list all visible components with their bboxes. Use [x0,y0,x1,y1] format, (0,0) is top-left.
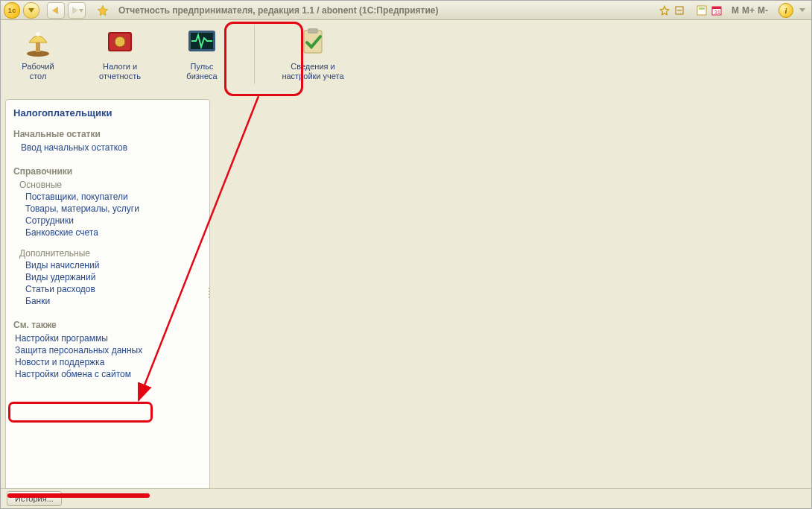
section-separator [254,25,255,84]
clipboard-check-icon [296,25,329,57]
svg-marker-2 [72,7,78,14]
section-label: Пульс [191,62,214,72]
sidebar-link-program-settings[interactable]: Настройки программы [15,333,208,344]
forward-button[interactable] [68,2,86,19]
titlebar: 1 c Отчетность предпринимателя, редакция… [1,1,811,20]
sidebar-title-link[interactable]: Налогоплательщики [13,107,208,118]
pulse-monitor-icon [185,25,218,57]
svg-rect-9 [712,7,721,9]
sidebar-subgroup: Основные [19,180,208,190]
svg-point-17 [115,37,125,47]
m-plus-button[interactable]: M+ [742,5,755,16]
app-logo-icon[interactable]: 1 c [4,2,20,19]
sidebar-link-accrual-types[interactable]: Виды начислений [25,260,208,271]
svg-rect-21 [308,28,318,34]
back-button[interactable] [47,2,65,19]
info-icon[interactable]: i [778,3,793,18]
sidebar-link-expense-items[interactable]: Статьи расходов [25,284,208,294]
navigation-sidebar: Налогоплательщики Начальные остатки Ввод… [5,99,210,493]
sidebar-link-personal-data[interactable]: Защита персональных данных [15,345,208,355]
content-area [210,98,811,494]
sidebar-link-suppliers[interactable]: Поставщики, покупатели [25,192,208,202]
section-taxes[interactable]: Налоги и отчетность [90,25,150,81]
sidebar-link-banks[interactable]: Банки [25,296,208,306]
sidebar-link-goods[interactable]: Товары, материалы, услуги [25,203,208,214]
book-icon [104,25,136,57]
window-title: Отчетность предпринимателя, редакция 1.1… [118,5,438,16]
svg-rect-13 [36,42,40,52]
section-desktop[interactable]: Рабочий стол [8,25,68,81]
svg-marker-0 [28,8,34,13]
section-label-l2: стол [30,72,47,81]
sidebar-group: См. также [13,320,208,330]
calc-icon[interactable] [696,4,708,16]
svg-point-14 [36,32,40,37]
sidebar-group: Начальные остатки [13,129,208,139]
calendar-icon[interactable]: 31 [711,4,723,16]
dropdown-icon[interactable] [23,2,39,19]
svg-text:31: 31 [714,10,720,15]
m-minus-button[interactable]: M- [758,5,768,16]
section-settings[interactable]: Сведения и настройки учета [277,25,349,81]
sidebar-link-news-support[interactable]: Новости и поддержка [15,357,208,367]
section-label-l2: настройки учета [282,72,343,81]
section-label: Налоги и [103,62,137,72]
svg-rect-6 [697,6,706,15]
section-label-l2: отчетность [99,72,141,81]
section-label: Сведения и [291,62,334,72]
sidebar-link-site-exchange[interactable]: Настройки обмена с сайтом [15,369,208,379]
panel-dropdown-icon[interactable] [796,4,808,16]
history-button[interactable]: История... [7,491,62,506]
section-label-l2: бизнеса [186,72,217,81]
section-bar: Рабочий стол Налоги и отчетность Пульс б… [1,20,811,98]
favorite-small-icon[interactable] [659,4,670,16]
sidebar-link-bank-accounts[interactable]: Банковские счета [25,227,208,238]
sidebar-subgroup: Дополнительные [19,248,208,259]
section-label: Рабочий [22,62,54,72]
bottom-bar: История... [1,488,811,508]
link-icon[interactable] [673,4,685,16]
m-button[interactable]: M [732,5,739,16]
svg-rect-7 [699,7,705,10]
svg-marker-3 [79,9,83,13]
sidebar-link-initial-balances[interactable]: Ввод начальных остатков [21,142,208,153]
desktop-lamp-icon [22,25,54,57]
svg-marker-1 [52,7,58,14]
sidebar-link-employees[interactable]: Сотрудники [25,215,208,226]
sidebar-link-deduction-types[interactable]: Виды удержаний [25,272,208,282]
workspace: Налогоплательщики Начальные остатки Ввод… [1,98,811,494]
svg-marker-11 [799,8,805,12]
favorite-star-icon[interactable] [95,3,111,18]
sidebar-group: Справочники [13,166,208,177]
section-pulse[interactable]: Пульс бизнеса [172,25,232,81]
